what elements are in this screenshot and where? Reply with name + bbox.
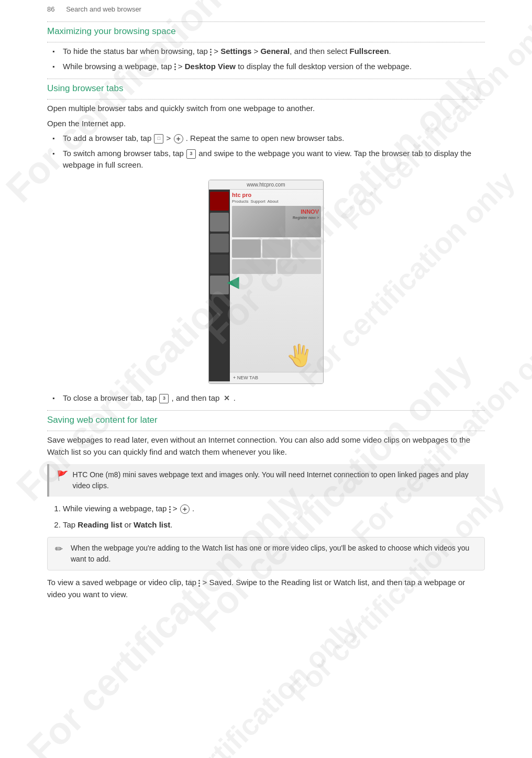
note-box-flag: 🚩 HTC One (m8) mini saves webpage text a… [47,464,485,497]
screenshot-cards [232,239,321,258]
page-container: 86 Search and web browser Maximizing you… [0,0,532,628]
saving-intro: Save webpages to read later, even withou… [47,434,485,458]
pencil-icon: ✏ [55,543,65,555]
note-box-pencil: ✏ When the webpage you're adding to the … [47,537,485,570]
screenshot-bottom-bar: + NEW TAB [230,372,323,383]
flag-icon: 🚩 [57,470,68,481]
sidebar-item-2 [210,213,229,232]
close-tab-text3: . [234,393,236,402]
divider-maximizing [47,42,485,42]
divider-before-browser-tabs [47,79,485,79]
watermark-10: For certification only [135,610,364,758]
bullet-close-tab: To close a browser tab, tap 3 , and then… [52,392,485,404]
bt1-text1: To add a browser tab, tap [63,134,153,142]
sidebar-item-3 [210,234,229,252]
divider-top [47,21,485,22]
footer-menu-icon [198,579,200,587]
bullets-maximizing: To hide the status bar when browsing, ta… [47,46,485,72]
bullets-browser-tabs-close: To close a browser tab, tap 3 , and then… [47,392,485,404]
note-flag-text: HTC One (m8) mini saves webpage text and… [73,469,478,491]
section-title-browser-tabs: Using browser tabs [47,83,485,94]
divider-saving [47,431,485,431]
bullet-maximizing-1: To hide the status bar when browsing, ta… [52,46,485,58]
step1-plus-icon: + [180,504,190,514]
step1-text3: . [192,504,194,513]
menu-icon-2 [174,63,176,71]
screenshot-sidebar [209,190,230,381]
note-pencil-text: When the webpage you're adding to the Wa… [71,543,477,565]
screenshot-url-bar: www.htcpro.com [209,180,323,190]
card-3 [292,239,321,258]
bt1-text3: . Repeat the same to open new browser ta… [186,134,345,142]
step-1: While viewing a webpage, tap > + . [63,503,485,515]
step2-text1: Tap Reading list or Watch list. [63,520,173,529]
section-body-saving: Save webpages to read later, even withou… [47,434,485,600]
sidebar-item-4 [210,255,229,273]
nav-item-3: About [268,199,279,204]
menu-icon-1 [210,48,212,56]
screenshot-brand: htc pro [232,192,321,198]
nav-item-1: Products [232,199,249,204]
divider-browser-tabs [47,99,485,100]
screenshot-inner: www.htcpro.com htc pro [209,180,323,383]
screenshot-hero-text: INNOV Register now > [293,208,319,221]
section-title-maximizing: Maximizing your browsing space [47,26,485,37]
bt2-text1: To switch among browser tabs, tap [63,149,186,158]
bullet-browser-tabs-2: To switch among browser tabs, tap 3 and … [52,148,485,171]
saving-steps: While viewing a webpage, tap > + . Tap R… [47,503,485,531]
screenshot-hero: INNOV Register now > [232,206,321,237]
bullet-maximizing-2-text1: While browsing a webpage, tap [63,62,174,71]
plus-icon-1: + [174,134,183,144]
new-tab-label: + NEW TAB [233,375,258,380]
bullet-maximizing-2: While browsing a webpage, tap > Desktop … [52,61,485,73]
saving-footer: To view a saved webpage or video clip, t… [47,577,485,600]
card-2 [262,239,291,258]
divider-before-saving [47,410,485,411]
step1-menu-icon [169,505,171,513]
browser-tabs-intro2: Open the Internet app. [47,118,485,130]
bullet-maximizing-1-text2: > Settings > General, and then select Fu… [214,47,391,56]
step1-text1: While viewing a webpage, tap [63,504,169,513]
row2-card-2 [278,259,322,274]
section-title-saving: Saving web content for later [47,415,485,425]
screenshot-nav: Products Support About [232,199,321,204]
browser-tabs-intro1: Open multiple browser tabs and quickly s… [47,103,485,115]
bullet-maximizing-1-text1: To hide the status bar when browsing, ta… [63,47,210,56]
sidebar-item-5 [210,276,229,294]
section-body-browser-tabs: Open multiple browser tabs and quickly s… [47,103,485,404]
screenshot-browser-tabs: www.htcpro.com htc pro [208,180,324,384]
step-2: Tap Reading list or Watch list. [63,519,485,531]
tab-icon-2: 3 [186,149,196,159]
bullets-browser-tabs: To add a browser tab, tap □ > + . Repeat… [47,133,485,171]
section-body-maximizing: To hide the status bar when browsing, ta… [47,46,485,72]
screenshot-url: www.htcpro.com [247,182,285,188]
nav-item-2: Support [251,199,265,204]
sidebar-item-1 [210,192,229,211]
tab-icon-3: 3 [159,394,169,403]
swipe-hand-icon: 🖐 [286,343,313,368]
page-header: 86 Search and web browser [47,5,485,16]
tab-icon-1: □ [154,134,163,144]
bt1-text2: > [167,134,173,142]
page-number: 86 [47,5,54,13]
saving-footer-text1: To view a saved webpage or video clip, t… [47,578,196,587]
row2-card-1 [232,259,276,274]
bullet-maximizing-2-text2: > Desktop View to display the full deskt… [178,62,412,71]
page-title: Search and web browser [66,5,141,13]
card-1 [232,239,261,258]
step1-text2: > [173,504,180,513]
x-icon: ✕ [222,394,231,403]
close-tab-text2: , and then tap [172,393,222,402]
swipe-arrow: ◀ [227,273,239,290]
bullet-browser-tabs-1: To add a browser tab, tap □ > + . Repeat… [52,133,485,145]
close-tab-text1: To close a browser tab, tap [63,393,159,402]
screenshot-row2 [232,259,321,274]
